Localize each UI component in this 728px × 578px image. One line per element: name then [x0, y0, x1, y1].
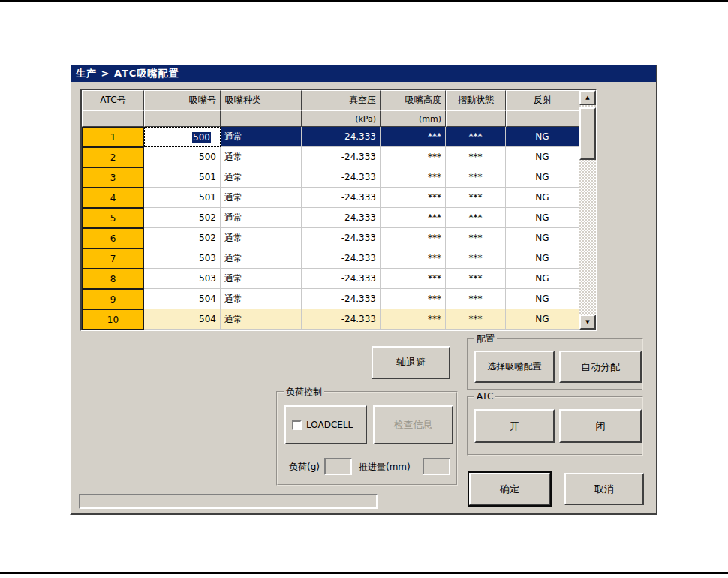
cell-height[interactable]: *** — [381, 269, 446, 289]
cell-atc[interactable]: 10 — [82, 309, 144, 330]
cell-atc[interactable]: 1 — [82, 127, 144, 147]
cell-vacuum[interactable]: -24.333 — [302, 309, 381, 330]
cell-reflect[interactable]: NG — [506, 228, 579, 248]
cell-slide[interactable]: *** — [446, 289, 506, 309]
cell-reflect[interactable]: NG — [506, 309, 579, 330]
cell-height[interactable]: *** — [381, 188, 446, 208]
column-header-slide: 摺動状態 — [446, 90, 506, 110]
cell-type[interactable]: 通常 — [221, 248, 302, 269]
atc-nozzle-config-dialog: 生产 > ATC吸嘴配置 ATC号吸嘴号吸嘴种类真空压吸嘴高度摺動状態反射 (k… — [70, 64, 657, 515]
cancel-button[interactable]: 取消 — [564, 473, 644, 505]
cell-nozzle[interactable]: 503 — [144, 248, 221, 269]
load-value-field[interactable] — [324, 458, 352, 475]
cell-height[interactable]: *** — [381, 167, 446, 188]
check-info-button[interactable]: 检查信息 — [373, 405, 453, 444]
cell-vacuum[interactable]: -24.333 — [302, 147, 381, 167]
cell-atc[interactable]: 6 — [82, 228, 144, 248]
cell-type[interactable]: 通常 — [221, 228, 302, 248]
cell-atc[interactable]: 8 — [82, 269, 144, 289]
table-row-atc-8[interactable]: 8503通常-24.333******NG — [82, 269, 579, 289]
cell-type[interactable]: 通常 — [221, 289, 302, 309]
cell-reflect[interactable]: NG — [506, 167, 579, 188]
table-row-atc-6[interactable]: 6502通常-24.333******NG — [82, 228, 579, 248]
table-row-atc-10[interactable]: 10504通常-24.333******NG — [82, 309, 579, 330]
cell-vacuum[interactable]: -24.333 — [302, 208, 381, 228]
cell-type[interactable]: 通常 — [221, 167, 302, 188]
cell-slide[interactable]: *** — [446, 269, 506, 289]
atc-open-button[interactable]: 开 — [474, 409, 555, 443]
cell-reflect[interactable]: NG — [506, 289, 579, 309]
cell-atc[interactable]: 5 — [82, 208, 144, 228]
cell-slide[interactable]: *** — [446, 127, 506, 147]
cell-vacuum[interactable]: -24.333 — [302, 269, 381, 289]
table-row-atc-4[interactable]: 4501通常-24.333******NG — [82, 188, 579, 208]
vertical-scrollbar[interactable]: ▲ ▼ — [579, 90, 596, 330]
cell-atc[interactable]: 4 — [82, 188, 144, 208]
cell-nozzle[interactable]: 501 — [144, 167, 221, 188]
status-bar — [79, 494, 378, 509]
cell-type[interactable]: 通常 — [221, 309, 302, 330]
table-row-atc-1[interactable]: 1500通常-24.333******NG — [82, 127, 579, 147]
cell-nozzle[interactable]: 504 — [144, 309, 221, 330]
cell-type[interactable]: 通常 — [221, 188, 302, 208]
atc-group-label: ATC — [474, 391, 495, 402]
nozzle-edit-cell[interactable]: 500 — [144, 127, 221, 147]
cell-vacuum[interactable]: -24.333 — [302, 127, 381, 147]
cell-type[interactable]: 通常 — [221, 127, 302, 147]
scrollbar-thumb[interactable] — [579, 107, 596, 160]
cell-reflect[interactable]: NG — [506, 269, 579, 289]
cell-nozzle[interactable]: 500 — [144, 147, 221, 167]
cell-reflect[interactable]: NG — [506, 188, 579, 208]
table-row-atc-9[interactable]: 9504通常-24.333******NG — [82, 289, 579, 309]
loadcell-checkbox[interactable] — [292, 420, 302, 430]
cell-type[interactable]: 通常 — [221, 147, 302, 167]
cell-slide[interactable]: *** — [446, 208, 506, 228]
cell-vacuum[interactable]: -24.333 — [302, 289, 381, 309]
cell-atc[interactable]: 2 — [82, 147, 144, 167]
cell-nozzle[interactable]: 501 — [144, 188, 221, 208]
cell-slide[interactable]: *** — [446, 167, 506, 188]
cell-height[interactable]: *** — [381, 147, 446, 167]
cell-nozzle[interactable]: 504 — [144, 289, 221, 309]
cell-slide[interactable]: *** — [446, 228, 506, 248]
select-nozzle-config-button[interactable]: 选择吸嘴配置 — [474, 351, 555, 383]
cell-height[interactable]: *** — [381, 228, 446, 248]
cell-height[interactable]: *** — [381, 208, 446, 228]
advance-value-field[interactable] — [423, 458, 450, 475]
scroll-up-button[interactable]: ▲ — [579, 90, 596, 105]
auto-assign-button[interactable]: 自动分配 — [559, 351, 642, 383]
ok-button[interactable]: 确定 — [469, 473, 550, 505]
cell-atc[interactable]: 9 — [82, 289, 144, 309]
cell-reflect[interactable]: NG — [506, 147, 579, 167]
cell-atc[interactable]: 3 — [82, 167, 144, 188]
cell-slide[interactable]: *** — [446, 309, 506, 330]
cell-height[interactable]: *** — [381, 127, 446, 147]
scroll-down-button[interactable]: ▼ — [579, 315, 596, 330]
cell-height[interactable]: *** — [381, 309, 446, 330]
cell-reflect[interactable]: NG — [506, 248, 579, 269]
cell-height[interactable]: *** — [381, 248, 446, 269]
cell-slide[interactable]: *** — [446, 147, 506, 167]
cell-nozzle[interactable]: 502 — [144, 228, 221, 248]
cell-vacuum[interactable]: -24.333 — [302, 228, 381, 248]
cell-height[interactable]: *** — [381, 289, 446, 309]
cell-vacuum[interactable]: -24.333 — [302, 167, 381, 188]
axis-retract-button[interactable]: 轴退避 — [372, 346, 450, 379]
cell-slide[interactable]: *** — [446, 188, 506, 208]
cell-nozzle[interactable]: 502 — [144, 208, 221, 228]
cell-nozzle[interactable]: 503 — [144, 269, 221, 289]
cell-vacuum[interactable]: -24.333 — [302, 248, 381, 269]
cell-vacuum[interactable]: -24.333 — [302, 188, 381, 208]
table-row-atc-5[interactable]: 5502通常-24.333******NG — [82, 208, 579, 228]
atc-close-button[interactable]: 闭 — [559, 409, 642, 443]
table-row-atc-3[interactable]: 3501通常-24.333******NG — [82, 167, 579, 188]
cell-reflect[interactable]: NG — [506, 127, 579, 147]
cell-reflect[interactable]: NG — [506, 208, 579, 228]
loadcell-toggle-panel[interactable]: LOADCELL — [284, 405, 367, 444]
cell-slide[interactable]: *** — [446, 248, 506, 269]
cell-type[interactable]: 通常 — [221, 208, 302, 228]
cell-type[interactable]: 通常 — [221, 269, 302, 289]
table-row-atc-7[interactable]: 7503通常-24.333******NG — [82, 248, 579, 269]
table-row-atc-2[interactable]: 2500通常-24.333******NG — [82, 147, 579, 167]
cell-atc[interactable]: 7 — [82, 248, 144, 269]
